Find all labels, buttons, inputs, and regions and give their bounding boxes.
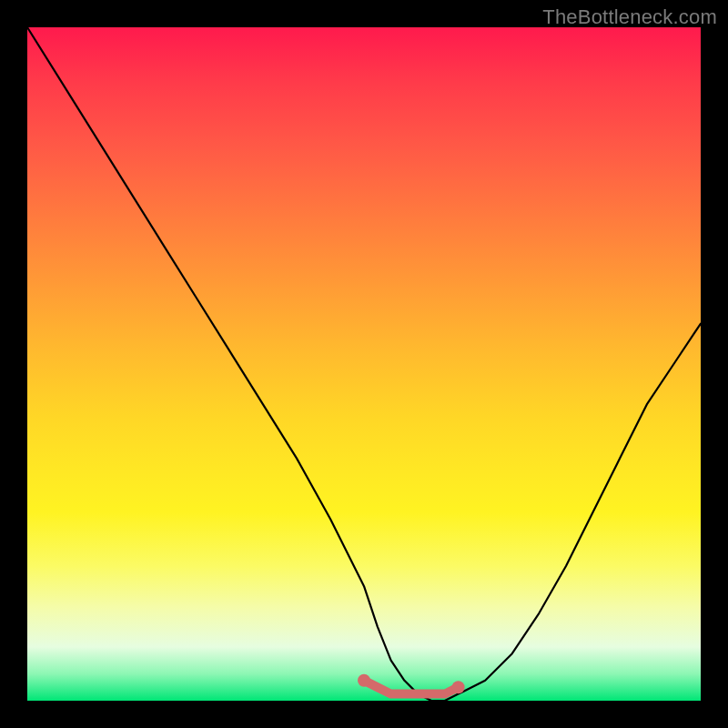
watermark-text: TheBottleneck.com <box>542 5 717 29</box>
zero-band-end-dot <box>452 681 465 693</box>
curve-layer <box>27 27 701 701</box>
zero-band-start-dot <box>358 674 370 687</box>
chart-frame: TheBottleneck.com <box>0 0 728 728</box>
main-curve <box>27 27 701 701</box>
